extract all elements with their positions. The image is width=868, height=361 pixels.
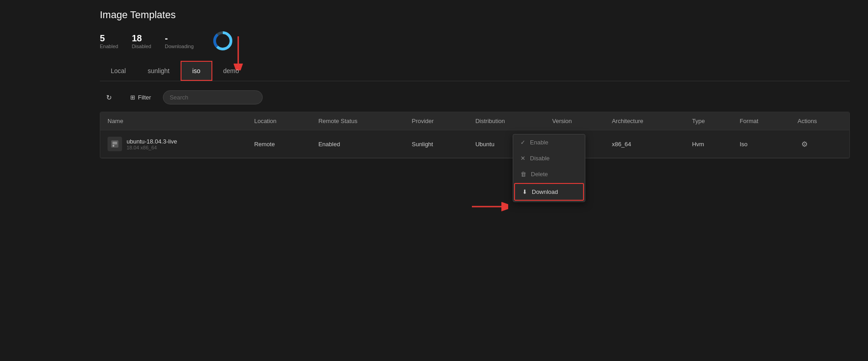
col-remote-status: Remote Status [311, 112, 405, 130]
cell-name: ubuntu-18.04.3-live 18.04 x86_64 [100, 130, 247, 158]
downloading-label: Downloading [165, 44, 194, 49]
cell-architecture: x86_64 [604, 130, 685, 158]
toolbar: ↻ ⊞ Filter [100, 90, 850, 104]
cell-format: Iso [732, 130, 790, 158]
tab-local[interactable]: Local [100, 61, 137, 81]
dropdown-download[interactable]: ⬇ Download [514, 183, 584, 201]
table-row: ubuntu-18.04.3-live 18.04 x86_64 Remote … [100, 130, 849, 158]
cell-actions: ⚙ [790, 130, 849, 158]
col-provider: Provider [404, 112, 468, 130]
downloading-count: - [165, 33, 168, 44]
dropdown-disable[interactable]: ✕ Disable [513, 150, 585, 166]
svg-rect-6 [113, 142, 117, 144]
trash-icon: 🗑 [520, 171, 526, 178]
dropdown-enable[interactable]: ✓ Enable [513, 134, 585, 150]
table-header-row: Name Location Remote Status Provider Dis… [100, 112, 849, 130]
refresh-button[interactable]: ↻ [100, 91, 118, 104]
tab-sunlight[interactable]: sunlight [137, 61, 180, 81]
disabled-count: 18 [132, 33, 142, 44]
disabled-label: Disabled [132, 44, 151, 49]
stat-downloading: - Downloading [165, 33, 194, 49]
cell-provider: Sunlight [404, 130, 468, 158]
filter-icon: ⊞ [130, 94, 135, 101]
svg-point-7 [113, 145, 114, 147]
filter-button[interactable]: ⊞ Filter [124, 91, 157, 104]
cell-location: Remote [247, 130, 311, 158]
stats-row: 5 Enabled 18 Disabled - Downloading [100, 30, 850, 52]
enabled-count: 5 [100, 33, 105, 44]
tab-iso[interactable]: iso [181, 61, 212, 81]
cell-remote-status: Enabled [311, 130, 405, 158]
stat-disabled: 18 Disabled [132, 33, 151, 49]
col-name: Name [100, 112, 247, 130]
table-container: Name Location Remote Status Provider Dis… [100, 112, 850, 158]
col-location: Location [247, 112, 311, 130]
templates-table: Name Location Remote Status Provider Dis… [100, 112, 849, 158]
actions-dropdown: ✓ Enable ✕ Disable 🗑 Delete ⬇ Download [513, 134, 585, 202]
arrow-right-annotation [472, 200, 508, 215]
col-type: Type [685, 112, 732, 130]
page-title: Image Templates [100, 9, 850, 21]
cell-type: Hvm [685, 130, 732, 158]
tabs-row: Local sunlight iso demo [100, 61, 850, 81]
actions-gear-button[interactable]: ⚙ [798, 138, 811, 150]
search-input[interactable] [163, 90, 263, 104]
enabled-label: Enabled [100, 44, 118, 49]
x-icon: ✕ [520, 155, 525, 162]
col-format: Format [732, 112, 790, 130]
col-architecture: Architecture [604, 112, 685, 130]
col-version: Version [545, 112, 604, 130]
template-icon [108, 137, 122, 151]
refresh-icon: ↻ [106, 94, 112, 102]
stat-enabled: 5 Enabled [100, 33, 118, 49]
tab-demo[interactable]: demo [212, 61, 250, 81]
check-icon: ✓ [520, 139, 525, 146]
dropdown-delete[interactable]: 🗑 Delete [513, 166, 585, 182]
col-distribution: Distribution [468, 112, 545, 130]
download-icon: ⬇ [522, 188, 527, 195]
col-actions: Actions [790, 112, 849, 130]
